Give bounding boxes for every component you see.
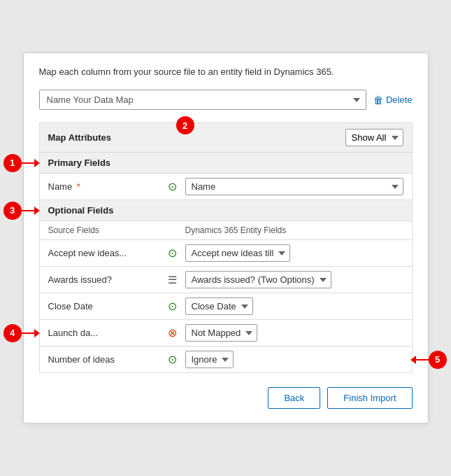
field-rows-container: Accept new ideas... ⊙ Accept new ideas t…: [39, 239, 413, 373]
field-icon-cell: ⊙: [160, 300, 185, 313]
annotation-1-group: 1: [3, 154, 40, 172]
entity-field-select[interactable]: Accept new ideas till: [185, 244, 290, 262]
annotation-1: 1: [3, 154, 22, 172]
field-icon-cell: ⊙: [160, 353, 185, 366]
delete-icon: 🗑: [373, 94, 383, 106]
name-field-select[interactable]: Name: [185, 178, 403, 195]
show-all-select[interactable]: Show All: [345, 129, 403, 146]
entity-field-select[interactable]: Awards issued? (Two Options): [185, 271, 331, 288]
description: Map each column from your source file to…: [39, 66, 413, 78]
doc-icon: ☰: [168, 274, 177, 286]
finish-import-button[interactable]: Finish Import: [327, 387, 412, 409]
field-icon-cell: ⊗: [160, 326, 185, 340]
annotation-5-group: 5: [410, 351, 447, 369]
column-headers: Source Fields Dynamics 365 Entity Fields: [39, 220, 413, 239]
annotation-4-group: 4: [3, 324, 40, 342]
main-container: Map each column from your source file to…: [23, 52, 429, 424]
map-attributes-header: Map Attributes 2 Show All: [39, 122, 413, 152]
name-source-label: Name *: [48, 181, 160, 192]
field-source: Accept new ideas...: [48, 248, 160, 258]
annotation-2: 2: [176, 116, 194, 134]
name-check-icon: ⊙: [168, 180, 177, 193]
optional-fields-header: 3 Optional Fields: [39, 200, 413, 220]
field-source: Launch da...: [48, 328, 160, 338]
name-field-row: Name * ⊙ Name: [39, 173, 413, 200]
footer-row: Back Finish Import: [39, 387, 413, 409]
optional-fields-label: Optional Fields: [48, 205, 114, 216]
field-row: Close Date ⊙ Close Date: [39, 293, 413, 319]
field-row: Number of ideas ⊙ Ignore 5: [39, 346, 413, 373]
arrow-line-3: [22, 210, 34, 211]
entity-fields-header: Dynamics 365 Entity Fields: [185, 225, 403, 235]
required-star: *: [74, 181, 80, 192]
data-map-select[interactable]: Name Your Data Map: [39, 90, 366, 110]
delete-button[interactable]: 🗑 Delete: [373, 94, 413, 106]
annotation-4: 4: [3, 324, 22, 342]
arrowhead-1: [34, 159, 40, 167]
arrowhead-3: [34, 206, 40, 215]
field-row: Awards issued? ☰ Awards issued? (Two Opt…: [39, 266, 413, 293]
primary-fields-label: Primary Fields: [48, 158, 111, 168]
warn-icon: ⊗: [168, 326, 177, 340]
field-icon-cell: ☰: [160, 274, 185, 286]
field-source: Close Date: [48, 301, 160, 312]
data-map-row: Name Your Data Map 🗑 Delete: [39, 90, 413, 110]
entity-field-select[interactable]: Ignore: [185, 351, 234, 368]
annotation-5: 5: [429, 351, 447, 369]
back-button[interactable]: Back: [268, 387, 320, 409]
entity-field-select[interactable]: Close Date: [185, 298, 253, 315]
annotation-3: 3: [3, 202, 22, 220]
entity-field-select[interactable]: Not Mapped: [185, 324, 257, 342]
check-icon: ⊙: [168, 300, 177, 313]
arrow-line-1: [22, 162, 34, 164]
field-row: 4 Launch da... ⊗ Not Mapped: [39, 319, 413, 346]
map-attributes-label: Map Attributes: [48, 132, 112, 143]
field-source: Awards issued?: [48, 274, 160, 285]
check-icon: ⊙: [168, 353, 177, 366]
field-row: Accept new ideas... ⊙ Accept new ideas t…: [39, 239, 413, 266]
source-fields-header: Source Fields: [48, 225, 160, 235]
field-source: Number of ideas: [48, 354, 160, 365]
delete-label: Delete: [386, 94, 413, 105]
annotation-3-group: 3: [3, 202, 40, 220]
field-icon-cell: ⊙: [160, 246, 185, 260]
check-icon: ⊙: [168, 246, 177, 260]
name-icon-cell: ⊙: [160, 180, 185, 193]
primary-fields-header: 1 Primary Fields: [39, 152, 413, 173]
